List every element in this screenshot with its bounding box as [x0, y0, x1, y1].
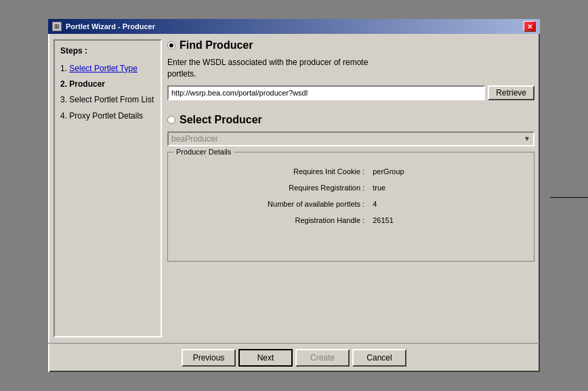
- footer: Previous Next Create Cancel: [48, 343, 540, 372]
- detail-label-0: Requires Init Cookie :: [173, 163, 369, 180]
- step-3: 3. Select Portlet From List: [60, 94, 155, 106]
- detail-value-3: 26151: [369, 212, 528, 228]
- registration-annotation: Registration Information: [550, 188, 588, 209]
- detail-value-0: perGroup: [369, 163, 528, 180]
- wsdl-input[interactable]: [167, 85, 485, 100]
- producer-details-legend: Producer Details: [173, 148, 234, 156]
- find-producer-header: Find Producer: [167, 39, 534, 52]
- title-bar: ⊞ Portlet Wizard - Producer ✕: [48, 19, 540, 34]
- retrieve-button[interactable]: Retrieve: [488, 85, 534, 100]
- step-2-label: Producer: [69, 79, 105, 89]
- steps-title: Steps :: [60, 46, 155, 56]
- detail-value-1: true: [369, 180, 528, 196]
- detail-label-3: Registration Handle :: [173, 212, 369, 228]
- detail-row-1: Requires Registration : true: [173, 180, 528, 196]
- detail-row-2: Number of available portlets : 4: [173, 196, 528, 212]
- steps-panel: Steps : 1. Select Portlet Type 2. Produc…: [54, 39, 162, 337]
- step-2: 2. Producer: [60, 78, 155, 91]
- next-button[interactable]: Next: [238, 349, 293, 367]
- window-icon: ⊞: [52, 22, 62, 31]
- producer-details-box: Producer Details Requires Init Cookie : …: [167, 152, 534, 262]
- producer-dropdown[interactable]: beaProducer ▼: [167, 131, 534, 146]
- detail-row-3: Registration Handle : 26151: [173, 212, 528, 228]
- select-producer-header: Select Producer: [167, 114, 534, 126]
- step-1-label[interactable]: Select Portlet Type: [69, 64, 138, 73]
- annotation-line: [550, 197, 588, 198]
- select-producer-title: Select Producer: [180, 114, 262, 126]
- create-button[interactable]: Create: [295, 349, 350, 367]
- find-producer-section: Find Producer Enter the WSDL associated …: [167, 39, 534, 108]
- detail-label-1: Requires Registration :: [173, 180, 369, 196]
- detail-value-2: 4: [369, 196, 528, 212]
- step-4: 4. Proxy Portlet Details: [60, 110, 155, 123]
- close-button[interactable]: ✕: [524, 21, 536, 32]
- window-title: Portlet Wizard - Producer: [66, 22, 155, 30]
- detail-row-0: Requires Init Cookie : perGroup: [173, 163, 528, 180]
- title-bar-left: ⊞ Portlet Wizard - Producer: [52, 22, 155, 31]
- producer-dropdown-value: beaProducer: [171, 134, 218, 144]
- select-producer-radio[interactable]: [167, 116, 175, 124]
- detail-row-spacer: [173, 228, 528, 255]
- cancel-button[interactable]: Cancel: [352, 349, 406, 367]
- step-4-label: Proxy Portlet Details: [69, 111, 143, 121]
- find-producer-title: Find Producer: [180, 39, 253, 52]
- previous-button[interactable]: Previous: [182, 349, 236, 367]
- window-content: Steps : 1. Select Portlet Type 2. Produc…: [48, 34, 540, 343]
- details-table: Requires Init Cookie : perGroup Requires…: [173, 163, 528, 255]
- wsdl-row: Retrieve: [167, 85, 534, 100]
- detail-label-2: Number of available portlets :: [173, 196, 369, 212]
- wizard-window: ⊞ Portlet Wizard - Producer ✕ Steps : 1.…: [47, 18, 541, 373]
- dropdown-arrow-icon: ▼: [524, 135, 530, 142]
- step-1[interactable]: 1. Select Portlet Type: [60, 62, 155, 75]
- find-producer-desc: Enter the WSDL associated with the produ…: [167, 57, 534, 80]
- select-producer-section: Select Producer beaProducer ▼ Producer D…: [167, 114, 534, 262]
- find-producer-radio[interactable]: [167, 41, 175, 49]
- step-3-label: Select Portlet From List: [69, 95, 154, 104]
- main-panel: Find Producer Enter the WSDL associated …: [167, 39, 534, 337]
